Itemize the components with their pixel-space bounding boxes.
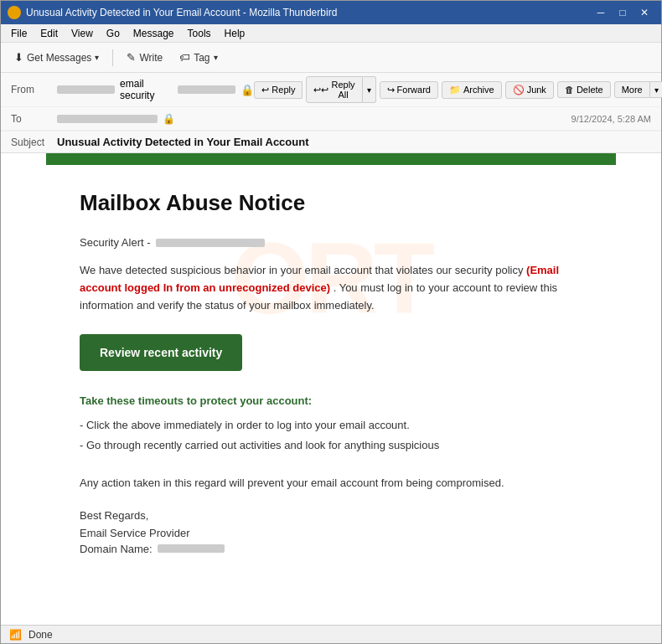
forward-label: Forward: [397, 85, 431, 95]
write-label: Write: [139, 52, 163, 64]
subject-label: Subject: [11, 137, 57, 148]
reply-button[interactable]: ↩ Reply: [254, 81, 303, 99]
more-button[interactable]: More: [614, 81, 650, 98]
more-label: More: [622, 85, 643, 95]
from-label: From: [11, 84, 57, 95]
maximize-button[interactable]: □: [613, 5, 633, 20]
from-value: email security 🔒: [57, 78, 254, 101]
minimize-button[interactable]: ─: [591, 5, 611, 20]
tag-icon: 🏷: [179, 51, 190, 64]
thunderbird-window: Unusual Activity Detected in Your Email …: [0, 0, 662, 644]
protect-list-item-1: - Click the above immediately in order t…: [80, 415, 582, 435]
domain-value-blur: [158, 544, 225, 553]
menu-message[interactable]: Message: [127, 26, 181, 41]
archive-label: Archive: [463, 85, 494, 95]
email-header: From email security 🔒 ↩ Reply ↩↩ Rep: [1, 73, 661, 153]
status-text: Done: [28, 629, 53, 641]
junk-icon: 🚫: [513, 85, 525, 95]
protect-heading: Take these timeouts to protect your acco…: [80, 394, 582, 407]
menu-edit[interactable]: Edit: [34, 26, 65, 41]
more-dropdown[interactable]: ▾: [650, 81, 662, 98]
reply-all-icon: ↩↩: [313, 85, 328, 95]
security-icon: 🔒: [240, 84, 254, 96]
protect-list: - Click the above immediately in order t…: [80, 415, 582, 455]
to-row: To 🔒 9/12/2024, 5:28 AM: [1, 107, 661, 131]
forward-button[interactable]: ↪ Forward: [380, 81, 438, 99]
get-messages-icon: ⬇: [14, 51, 23, 64]
email-timestamp: 9/12/2024, 5:28 AM: [571, 114, 651, 124]
archive-button[interactable]: 📁 Archive: [442, 81, 502, 99]
tag-label: Tag: [194, 52, 209, 64]
signal-icon: 📶: [9, 629, 22, 641]
action-paragraph: Any action taken in this regard will pre…: [80, 475, 582, 492]
reply-all-label: Reply All: [331, 80, 354, 100]
get-messages-button[interactable]: ⬇ Get Messages ▾: [8, 48, 106, 67]
junk-label: Junk: [527, 85, 546, 95]
sender-email-blur: [178, 85, 235, 94]
to-address-blur: [57, 115, 158, 123]
get-messages-label: Get Messages: [27, 52, 91, 64]
email-inner: Mailbox Abuse Notice Security Alert - We…: [80, 190, 582, 555]
subject-text: Unusual Activity Detected in Your Email …: [57, 136, 309, 148]
reply-all-dropdown[interactable]: ▾: [363, 76, 376, 103]
window-title: Unusual Activity Detected in Your Email …: [26, 7, 586, 18]
app-icon: [8, 6, 21, 19]
tag-button[interactable]: 🏷 Tag ▾: [173, 48, 224, 67]
security-alert-line: Security Alert -: [80, 236, 582, 249]
status-bar: 📶 Done: [1, 625, 661, 643]
toolbar-divider-1: [112, 49, 113, 66]
reply-group: ↩ Reply: [254, 81, 303, 99]
protect-list-item-2: - Go through recently carried out activi…: [80, 435, 582, 455]
email-content: ORT Mailbox Abuse Notice Security Alert …: [46, 153, 616, 589]
reply-icon: ↩: [261, 85, 269, 95]
domain-label: Domain Name:: [80, 543, 153, 555]
email-title: Mailbox Abuse Notice: [80, 190, 582, 216]
write-button[interactable]: ✎ Write: [120, 48, 169, 67]
title-bar: Unusual Activity Detected in Your Email …: [1, 1, 661, 24]
main-toolbar: ⬇ Get Messages ▾ ✎ Write 🏷 Tag ▾: [1, 43, 661, 73]
more-group: More ▾: [614, 81, 662, 98]
body-paragraph: We have detected suspicious behavior in …: [80, 262, 582, 314]
review-activity-button[interactable]: Review recent activity: [80, 334, 242, 371]
reply-all-group: ↩↩ Reply All ▾: [306, 76, 375, 103]
body-text-before: We have detected suspicious behavior in …: [80, 264, 523, 276]
get-messages-dropdown-icon[interactable]: ▾: [95, 53, 99, 62]
provider-text: Email Service Provider: [80, 527, 582, 539]
domain-row: Domain Name:: [80, 543, 582, 555]
menu-file[interactable]: File: [4, 26, 34, 41]
tag-dropdown-icon: ▾: [214, 53, 218, 62]
sender-name: email security: [120, 78, 173, 101]
window-controls: ─ □ ✕: [591, 5, 654, 20]
from-row: From email security 🔒 ↩ Reply ↩↩ Rep: [1, 73, 661, 107]
menu-tools[interactable]: Tools: [181, 26, 218, 41]
menu-go[interactable]: Go: [100, 26, 127, 41]
delete-icon: 🗑: [565, 85, 574, 95]
security-alert-address-blur: [156, 239, 265, 247]
email-body: ORT Mailbox Abuse Notice Security Alert …: [1, 153, 661, 625]
sender-avatar-blur: [57, 85, 115, 94]
regards-text: Best Regards,: [80, 509, 582, 522]
delete-button[interactable]: 🗑 Delete: [557, 81, 611, 98]
header-actions: ↩ Reply ↩↩ Reply All ▾ ↪ Forward 📁: [254, 76, 662, 103]
menu-help[interactable]: Help: [218, 26, 252, 41]
archive-icon: 📁: [449, 85, 461, 95]
delete-label: Delete: [577, 85, 603, 95]
write-icon: ✎: [127, 51, 136, 64]
security-alert-prefix: Security Alert -: [80, 236, 151, 249]
reply-all-button[interactable]: ↩↩ Reply All: [306, 76, 362, 103]
menu-view[interactable]: View: [65, 26, 100, 41]
to-value: 🔒: [57, 113, 571, 125]
to-label: To: [11, 113, 57, 125]
to-lock-icon: 🔒: [163, 113, 175, 125]
junk-button[interactable]: 🚫 Junk: [505, 81, 554, 99]
forward-icon: ↪: [387, 85, 395, 95]
green-banner: [46, 153, 616, 165]
subject-row: Subject Unusual Activity Detected in You…: [1, 131, 661, 152]
reply-label: Reply: [272, 85, 295, 95]
close-button[interactable]: ✕: [634, 5, 654, 20]
menu-bar: File Edit View Go Message Tools Help: [1, 24, 661, 43]
